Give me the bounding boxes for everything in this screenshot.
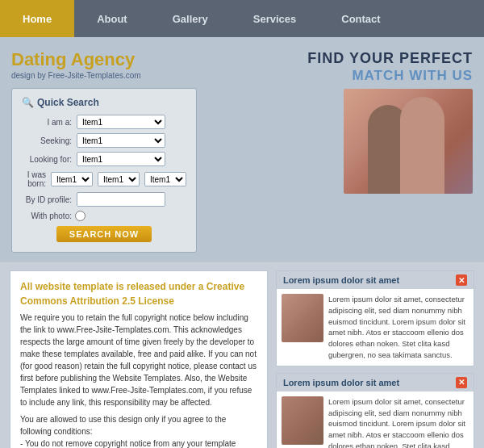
born-label: I was born: xyxy=(22,170,46,188)
subtitle-text: design by Free-Jsite-Templates.com xyxy=(11,71,141,80)
born-select-3[interactable]: Item1 xyxy=(144,172,186,186)
search-button[interactable]: SEARCH NOW xyxy=(56,226,152,242)
title-accent: Agency xyxy=(66,49,135,69)
tagline-sub: MATCH WITH US xyxy=(307,68,473,84)
card-1-text: Lorem ipsum dolor sit amet, consectetur … xyxy=(328,294,469,361)
card-1-close[interactable]: ✕ xyxy=(456,274,467,286)
id-label: By ID profile: xyxy=(22,195,72,204)
nav-item-gallery[interactable]: Gallery xyxy=(150,0,231,37)
nav-item-services[interactable]: Services xyxy=(231,0,319,37)
iam-select[interactable]: Item1 xyxy=(77,115,165,129)
tagline: FIND YOUR PERFECT MATCH WITH US xyxy=(307,50,473,84)
nav-item-home[interactable]: Home xyxy=(0,0,74,37)
photo-radio[interactable] xyxy=(75,211,86,221)
card-1-thumbnail xyxy=(282,294,323,342)
card-2-text: Lorem ipsum dolor sit amet, consectetur … xyxy=(328,396,469,448)
born-select-1[interactable]: Item1 xyxy=(51,172,93,186)
photo-row: With photo: xyxy=(22,211,186,221)
looking-select[interactable]: Item1 xyxy=(77,152,165,166)
license-box: All website template is released under a… xyxy=(10,270,268,448)
hero-right: FIND YOUR PERFECT MATCH WITH US xyxy=(246,50,473,253)
right-column: Lorem ipsum dolor sit amet ✕ Lorem ipsum… xyxy=(276,270,474,448)
seeking-label: Seeking: xyxy=(22,136,72,145)
nav-item-about[interactable]: About xyxy=(74,0,150,37)
license-text1: We require you to retain the full copyri… xyxy=(20,312,257,408)
card-2-close[interactable]: ✕ xyxy=(456,377,467,388)
tagline-main: FIND YOUR PERFECT xyxy=(307,50,473,68)
license-h2: Commons Attribution 2.5 License xyxy=(20,295,174,307)
card-1-body: Lorem ipsum dolor sit amet, consectetur … xyxy=(277,289,474,366)
born-select-2[interactable]: Item1 xyxy=(98,172,140,186)
iam-row: I am a: Item1 xyxy=(22,115,186,129)
id-input[interactable] xyxy=(77,192,165,207)
nav-item-contact[interactable]: Contact xyxy=(319,0,403,37)
seeking-row: Seeking: Item1 xyxy=(22,133,186,148)
search-icon: 🔍 xyxy=(22,97,34,108)
card-1-title: Lorem ipsum dolor sit amet xyxy=(283,275,399,285)
content-area: All website template is released under a… xyxy=(0,262,484,448)
hero-left: Dating Agency design by Free-Jsite-Templ… xyxy=(11,50,238,253)
card-2: Lorem ipsum dolor sit amet ✕ Lorem ipsum… xyxy=(276,373,474,448)
main-nav: Home About Gallery Services Contact xyxy=(0,0,484,37)
card-2-header: Lorem ipsum dolor sit amet ✕ xyxy=(277,374,474,391)
photo-label: With photo: xyxy=(22,211,72,220)
left-column: All website template is released under a… xyxy=(10,270,268,448)
card-1-header: Lorem ipsum dolor sit amet ✕ xyxy=(277,271,474,289)
quick-search-box: 🔍 Quick Search I am a: Item1 Seeking: It… xyxy=(11,88,197,253)
site-title: Dating Agency xyxy=(11,50,238,69)
card-1: Lorem ipsum dolor sit amet ✕ Lorem ipsum… xyxy=(276,270,474,366)
looking-row: Looking for: Item1 xyxy=(22,152,186,166)
card-2-thumbnail xyxy=(282,396,323,445)
card-2-body: Lorem ipsum dolor sit amet, consectetur … xyxy=(277,391,474,448)
hero-subtitle: design by Free-Jsite-Templates.com xyxy=(11,71,238,80)
couple-photo xyxy=(344,89,473,194)
seeking-select[interactable]: Item1 xyxy=(77,133,165,148)
card-2-title: Lorem ipsum dolor sit amet xyxy=(283,378,399,387)
id-row: By ID profile: xyxy=(22,192,186,207)
hero-section: Dating Agency design by Free-Jsite-Templ… xyxy=(0,37,484,262)
license-h1: All website template is released under a… xyxy=(20,281,244,292)
search-title-text: Quick Search xyxy=(37,97,99,108)
license-text2: You are allowed to use this design only … xyxy=(20,413,257,448)
born-row: I was born: Item1 Item1 Item1 xyxy=(22,170,186,188)
iam-label: I am a: xyxy=(22,118,72,127)
license-heading: All website template is released under a… xyxy=(20,279,257,308)
search-box-title: 🔍 Quick Search xyxy=(22,97,186,108)
title-normal: Dating xyxy=(11,49,66,69)
looking-label: Looking for: xyxy=(22,155,72,164)
